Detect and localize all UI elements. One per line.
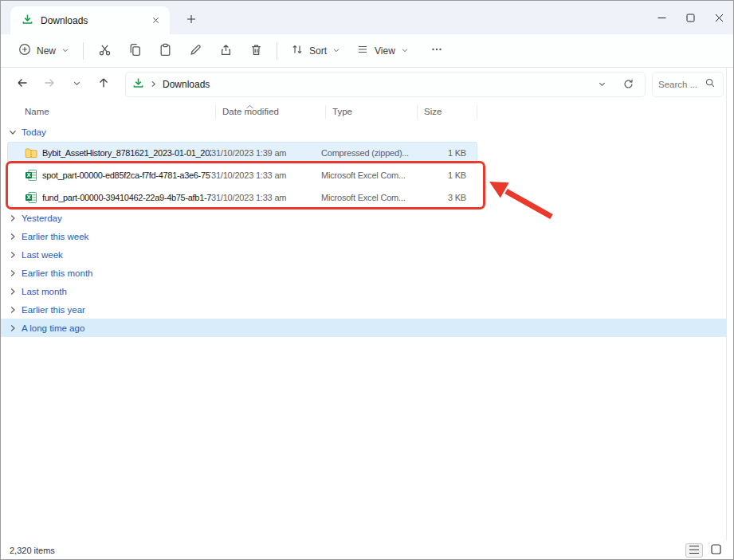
group-label: Last week — [22, 250, 63, 260]
close-button[interactable] — [705, 1, 733, 34]
status-bar: 2,320 items — [1, 541, 733, 559]
arrow-up-icon — [97, 76, 110, 92]
paste-icon — [159, 43, 172, 59]
group-header-last-week[interactable]: Last week — [1, 245, 726, 264]
address-bar[interactable]: Downloads — [125, 72, 646, 97]
explorer-tab-downloads[interactable]: Downloads — [10, 6, 170, 34]
new-tab-button[interactable] — [181, 9, 202, 29]
vertical-scrollbar[interactable] — [726, 68, 733, 541]
breadcrumb-downloads[interactable]: Downloads — [163, 79, 210, 90]
chevron-right-icon[interactable] — [9, 269, 17, 277]
details-view-icon — [689, 545, 700, 556]
chevron-down-icon[interactable] — [9, 128, 17, 136]
group-label: Last month — [22, 287, 67, 296]
file-date-modified: 31/10/2023 1:33 am — [211, 170, 321, 180]
group-label: Today — [22, 127, 46, 137]
plus-circle-icon — [18, 43, 31, 58]
forward-button[interactable] — [37, 72, 61, 96]
group-header-earlier-this-year[interactable]: Earlier this year — [1, 300, 726, 319]
group-label: Earlier this month — [22, 268, 92, 278]
view-button[interactable]: View — [348, 37, 417, 64]
sort-button-label: Sort — [309, 45, 327, 57]
recent-locations-button[interactable] — [65, 72, 88, 96]
chevron-right-icon[interactable] — [9, 214, 17, 222]
file-size: 3 KB — [413, 193, 473, 202]
group-header-today[interactable]: Today — [1, 123, 726, 142]
copy-icon — [128, 43, 142, 59]
items-count: 2,320 items — [10, 546, 55, 555]
group-header-earlier-this-week[interactable]: Earlier this week — [1, 227, 726, 245]
column-header-row: Name Date modified Type Size — [7, 100, 477, 123]
thumbnail-view-icon — [711, 544, 721, 556]
chevron-right-icon[interactable] — [9, 324, 17, 332]
group-label: A long time ago — [22, 323, 84, 333]
file-row[interactable]: Xspot_part-00000-ed85f2ca-f7fd-4781-a3e6… — [7, 164, 477, 186]
file-date-modified: 31/10/2023 1:39 am — [211, 148, 321, 158]
window-controls — [647, 1, 733, 34]
minimize-button[interactable] — [647, 1, 676, 34]
toolbar-divider — [277, 42, 277, 60]
refresh-button[interactable] — [618, 74, 638, 95]
file-name: spot_part-00000-ed85f2ca-f7fd-4781-a3e6-… — [37, 170, 211, 180]
file-name: fund_part-00000-39410462-22a9-4b75-afb1-… — [37, 193, 211, 202]
downloads-icon — [132, 77, 144, 92]
column-header-date-modified[interactable]: Date modified — [216, 105, 326, 119]
column-label: Size — [424, 107, 442, 116]
back-button[interactable] — [10, 72, 34, 96]
up-button[interactable] — [92, 72, 116, 96]
group-header-yesterday[interactable]: Yesterday — [1, 209, 726, 227]
file-name: Bybit_AssetHistory_8781621_2023-01-01_20… — [37, 148, 211, 158]
arrow-left-icon — [16, 76, 29, 92]
file-row[interactable]: Xfund_part-00000-39410462-22a9-4b75-afb1… — [7, 186, 477, 209]
tab-close-icon[interactable] — [147, 13, 163, 29]
group-header-earlier-this-month[interactable]: Earlier this month — [1, 264, 726, 282]
column-label: Name — [25, 107, 49, 116]
search-box[interactable] — [652, 72, 724, 97]
file-size: 1 KB — [413, 148, 473, 158]
excel-file-icon: X — [25, 169, 37, 182]
maximize-button[interactable] — [676, 1, 705, 34]
cut-button[interactable] — [89, 38, 120, 64]
sort-arrows-icon — [291, 43, 304, 58]
column-header-size[interactable]: Size — [418, 105, 477, 119]
search-input[interactable] — [658, 80, 705, 89]
group-label: Yesterday — [22, 213, 62, 223]
share-icon — [219, 43, 233, 59]
address-dropdown-button[interactable] — [591, 74, 612, 95]
thumbnail-view-button[interactable] — [707, 543, 724, 558]
group-label: Earlier this week — [22, 232, 88, 241]
copy-button[interactable] — [120, 38, 150, 64]
view-button-label: View — [375, 45, 395, 57]
column-header-name[interactable]: Name — [25, 105, 216, 119]
sort-ascending-icon — [246, 101, 253, 111]
chevron-down-icon — [73, 79, 81, 90]
column-header-type[interactable]: Type — [326, 105, 418, 119]
file-type: Compressed (zipped)... — [321, 148, 413, 158]
group-header-a-long-time-ago[interactable]: A long time ago — [1, 319, 726, 337]
trash-icon — [249, 43, 263, 59]
rename-button[interactable] — [180, 38, 210, 64]
downloads-icon — [22, 14, 33, 28]
new-button[interactable]: New — [10, 37, 77, 64]
chevron-right-icon[interactable] — [9, 288, 17, 296]
sort-button[interactable]: Sort — [283, 37, 348, 64]
chevron-down-icon — [332, 45, 340, 57]
chevron-right-icon[interactable] — [9, 306, 17, 314]
paste-button[interactable] — [150, 38, 180, 64]
group-header-last-month[interactable]: Last month — [1, 282, 726, 300]
more-options-button[interactable] — [423, 38, 450, 64]
share-button[interactable] — [210, 38, 241, 64]
file-size: 1 KB — [413, 170, 473, 180]
chevron-right-icon[interactable] — [9, 251, 17, 259]
file-type: Microsoft Excel Com... — [321, 193, 413, 202]
scissors-icon — [98, 43, 112, 59]
navigation-bar: Downloads — [1, 68, 733, 100]
search-icon — [705, 77, 716, 91]
toolbar-divider — [83, 42, 84, 60]
new-button-label: New — [37, 45, 56, 57]
chevron-down-icon — [61, 45, 69, 57]
details-view-button[interactable] — [685, 543, 703, 558]
file-row[interactable]: Bybit_AssetHistory_8781621_2023-01-01_20… — [7, 142, 477, 164]
delete-button[interactable] — [241, 38, 271, 64]
chevron-right-icon[interactable] — [9, 233, 17, 241]
